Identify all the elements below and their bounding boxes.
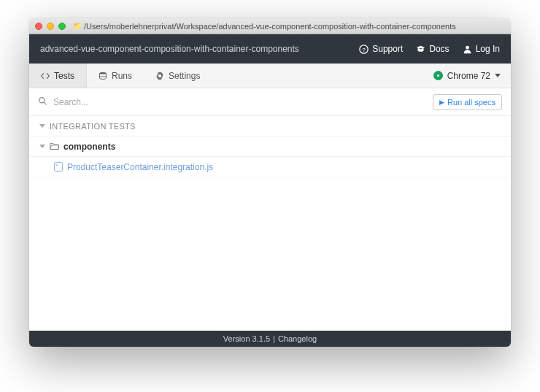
file-label: ProductTeaserContainer.integration.js xyxy=(67,162,213,172)
search-icon xyxy=(38,96,47,108)
window-controls xyxy=(35,23,66,30)
support-label: Support xyxy=(372,44,403,54)
tree-folder[interactable]: components xyxy=(29,137,511,157)
tree-file[interactable]: ProductTeaserContainer.integration.js xyxy=(29,157,511,177)
tree-section-header[interactable]: Integration Tests xyxy=(29,116,511,137)
chevron-down-icon xyxy=(39,124,45,128)
separator: | xyxy=(273,334,275,343)
browser-label: Chrome 72 xyxy=(447,71,490,81)
spec-tree: Integration Tests components ProductTeas… xyxy=(29,116,511,331)
search-row: ▶ Run all specs xyxy=(29,88,511,116)
tab-settings-label: Settings xyxy=(169,71,200,81)
chevron-down-icon xyxy=(495,74,501,77)
window-title: /Users/moberlehnerprivat/Workspace/advan… xyxy=(84,22,456,31)
graduation-cap-icon xyxy=(416,45,425,54)
run-all-specs-button[interactable]: ▶ Run all specs xyxy=(433,94,502,110)
maximize-icon[interactable] xyxy=(58,23,66,30)
tab-runs-label: Runs xyxy=(112,71,132,81)
changelog-link[interactable]: Changelog xyxy=(278,334,317,343)
version-label: Version 3.1.5 xyxy=(223,334,270,343)
app-header: advanced-vue-component-composition-with-… xyxy=(29,34,511,64)
file-icon xyxy=(54,162,63,172)
svg-point-3 xyxy=(100,72,107,74)
login-label: Log In xyxy=(476,44,500,54)
chrome-icon xyxy=(433,71,443,80)
window-titlebar: 📁 /Users/moberlehnerprivat/Workspace/adv… xyxy=(29,18,511,34)
tab-tests[interactable]: Tests xyxy=(29,64,87,88)
gear-icon xyxy=(155,72,164,80)
user-icon xyxy=(463,45,472,54)
browser-selector[interactable]: Chrome 72 xyxy=(423,64,511,88)
svg-point-4 xyxy=(39,97,45,102)
close-icon[interactable] xyxy=(35,23,42,30)
svg-line-5 xyxy=(44,102,46,104)
app-window: 📁 /Users/moberlehnerprivat/Workspace/adv… xyxy=(29,18,511,347)
footer: Version 3.1.5 | Changelog xyxy=(29,331,511,347)
chevron-down-icon xyxy=(39,145,45,148)
support-link[interactable]: ? Support xyxy=(359,44,403,54)
folder-label: components xyxy=(63,142,115,152)
section-label: Integration Tests xyxy=(50,122,136,131)
tabbar: Tests Runs Settings Chrome 72 xyxy=(29,64,511,88)
search-input[interactable] xyxy=(53,97,427,107)
run-all-label: Run all specs xyxy=(447,98,495,107)
question-icon: ? xyxy=(359,45,369,54)
play-icon: ▶ xyxy=(439,99,444,106)
folder-open-icon xyxy=(50,142,59,151)
project-name: advanced-vue-component-composition-with-… xyxy=(40,44,346,54)
login-link[interactable]: Log In xyxy=(463,44,500,54)
tab-tests-label: Tests xyxy=(54,71,74,81)
docs-label: Docs xyxy=(429,44,449,54)
svg-point-2 xyxy=(466,45,469,49)
code-icon xyxy=(41,72,50,80)
tab-runs[interactable]: Runs xyxy=(87,64,144,88)
database-icon xyxy=(99,72,107,80)
svg-text:?: ? xyxy=(362,46,366,53)
folder-icon: 📁 xyxy=(73,22,82,30)
tab-settings[interactable]: Settings xyxy=(144,64,212,88)
minimize-icon[interactable] xyxy=(47,23,54,30)
docs-link[interactable]: Docs xyxy=(416,44,449,54)
